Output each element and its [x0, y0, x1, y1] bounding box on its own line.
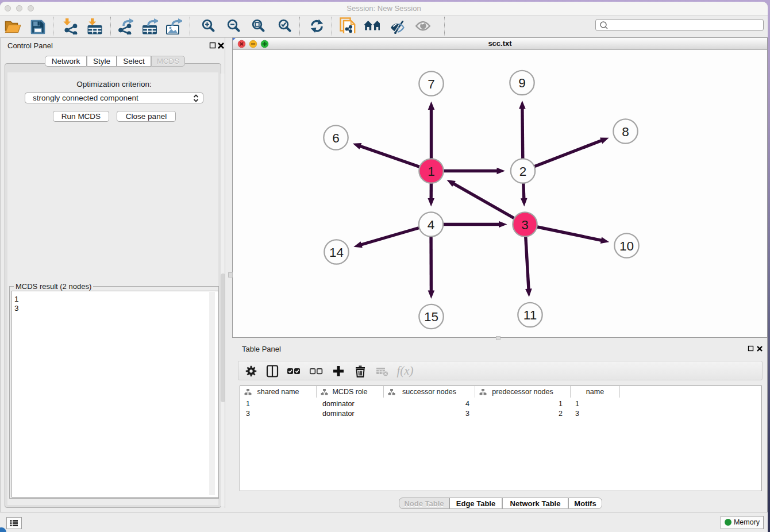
svg-text:14: 14: [329, 245, 344, 260]
svg-text:15: 15: [424, 310, 438, 324]
svg-text:9: 9: [518, 76, 526, 90]
svg-text:4: 4: [428, 218, 435, 232]
svg-text:7: 7: [428, 77, 435, 91]
svg-text:10: 10: [619, 239, 634, 253]
svg-text:11: 11: [523, 308, 537, 322]
svg-text:1: 1: [428, 164, 435, 179]
svg-text:3: 3: [521, 218, 529, 232]
svg-text:8: 8: [622, 125, 629, 139]
svg-text:2: 2: [519, 164, 527, 179]
svg-text:6: 6: [332, 131, 340, 145]
